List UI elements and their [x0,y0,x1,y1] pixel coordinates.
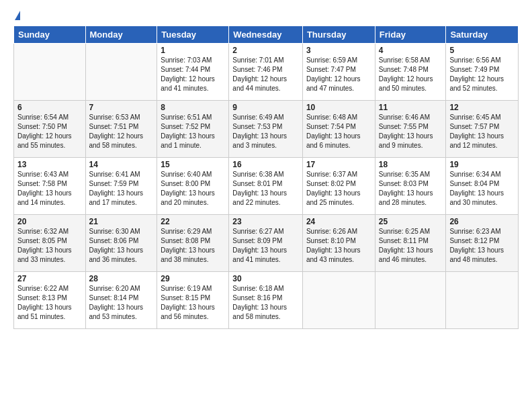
calendar-cell: 22Sunrise: 6:29 AM Sunset: 8:08 PM Dayli… [157,215,229,272]
day-info: Sunrise: 6:53 AM Sunset: 7:51 PM Dayligh… [89,113,154,150]
day-info: Sunrise: 6:27 AM Sunset: 8:09 PM Dayligh… [232,227,299,265]
day-number: 23 [232,217,299,226]
day-number: 19 [449,160,515,169]
day-info: Sunrise: 6:32 AM Sunset: 8:05 PM Dayligh… [17,227,82,265]
calendar-cell [375,272,446,329]
day-number: 2 [232,46,299,55]
calendar-cell: 24Sunrise: 6:26 AM Sunset: 8:10 PM Dayli… [302,215,375,272]
day-info: Sunrise: 6:46 AM Sunset: 7:55 PM Dayligh… [379,113,443,150]
calendar-cell: 1Sunrise: 7:03 AM Sunset: 7:44 PM Daylig… [157,44,229,101]
calendar-cell: 25Sunrise: 6:25 AM Sunset: 8:11 PM Dayli… [375,215,446,272]
day-number: 11 [379,103,443,112]
day-number: 8 [161,103,225,112]
calendar-cell: 26Sunrise: 6:23 AM Sunset: 8:12 PM Dayli… [446,215,519,272]
day-info: Sunrise: 6:26 AM Sunset: 8:10 PM Dayligh… [306,227,371,265]
day-info: Sunrise: 6:29 AM Sunset: 8:08 PM Dayligh… [161,227,225,265]
day-number: 17 [306,160,371,169]
day-number: 7 [89,103,154,112]
day-info: Sunrise: 6:19 AM Sunset: 8:15 PM Dayligh… [161,284,225,322]
calendar-cell: 8Sunrise: 6:51 AM Sunset: 7:52 PM Daylig… [157,101,229,158]
day-info: Sunrise: 6:18 AM Sunset: 8:16 PM Dayligh… [232,284,299,322]
day-info: Sunrise: 6:59 AM Sunset: 7:47 PM Dayligh… [306,56,371,93]
calendar-week-1: 1Sunrise: 7:03 AM Sunset: 7:44 PM Daylig… [14,44,519,101]
logo [13,11,20,21]
day-number: 4 [379,46,443,55]
logo-triangle-icon [15,11,20,20]
calendar-header-monday: Monday [85,26,157,44]
day-info: Sunrise: 6:20 AM Sunset: 8:14 PM Dayligh… [89,284,154,322]
day-info: Sunrise: 6:41 AM Sunset: 7:59 PM Dayligh… [89,170,154,208]
calendar-header-friday: Friday [375,26,446,44]
calendar-cell [85,44,157,101]
calendar-week-3: 13Sunrise: 6:43 AM Sunset: 7:58 PM Dayli… [14,158,519,215]
calendar-cell: 17Sunrise: 6:37 AM Sunset: 8:02 PM Dayli… [302,158,375,215]
day-info: Sunrise: 6:58 AM Sunset: 7:48 PM Dayligh… [379,56,443,93]
calendar-cell: 3Sunrise: 6:59 AM Sunset: 7:47 PM Daylig… [302,44,375,101]
calendar-header-sunday: Sunday [14,26,86,44]
day-info: Sunrise: 6:38 AM Sunset: 8:01 PM Dayligh… [232,170,299,208]
calendar-cell: 29Sunrise: 6:19 AM Sunset: 8:15 PM Dayli… [157,272,229,329]
day-info: Sunrise: 6:45 AM Sunset: 7:57 PM Dayligh… [449,113,515,150]
calendar-cell [446,272,519,329]
calendar-header-row: SundayMondayTuesdayWednesdayThursdayFrid… [14,26,519,44]
day-info: Sunrise: 6:40 AM Sunset: 8:00 PM Dayligh… [161,170,225,208]
calendar-cell: 21Sunrise: 6:30 AM Sunset: 8:06 PM Dayli… [85,215,157,272]
day-number: 12 [449,103,515,112]
day-number: 29 [161,274,225,283]
calendar-cell: 2Sunrise: 7:01 AM Sunset: 7:46 PM Daylig… [229,44,303,101]
day-info: Sunrise: 6:43 AM Sunset: 7:58 PM Dayligh… [17,170,82,208]
day-info: Sunrise: 6:25 AM Sunset: 8:11 PM Dayligh… [379,227,443,265]
day-info: Sunrise: 6:23 AM Sunset: 8:12 PM Dayligh… [449,227,515,265]
day-number: 6 [17,103,82,112]
calendar-table: SundayMondayTuesdayWednesdayThursdayFrid… [13,26,519,329]
calendar-cell: 7Sunrise: 6:53 AM Sunset: 7:51 PM Daylig… [85,101,157,158]
day-number: 10 [306,103,371,112]
calendar-cell: 11Sunrise: 6:46 AM Sunset: 7:55 PM Dayli… [375,101,446,158]
calendar-cell: 5Sunrise: 6:56 AM Sunset: 7:49 PM Daylig… [446,44,519,101]
day-number: 27 [17,274,82,283]
calendar-cell: 27Sunrise: 6:22 AM Sunset: 8:13 PM Dayli… [14,272,86,329]
calendar-week-5: 27Sunrise: 6:22 AM Sunset: 8:13 PM Dayli… [14,272,519,329]
calendar-cell: 19Sunrise: 6:34 AM Sunset: 8:04 PM Dayli… [446,158,519,215]
day-info: Sunrise: 6:54 AM Sunset: 7:50 PM Dayligh… [17,113,82,150]
day-info: Sunrise: 6:37 AM Sunset: 8:02 PM Dayligh… [306,170,371,208]
day-number: 28 [89,274,154,283]
calendar-header-tuesday: Tuesday [157,26,229,44]
calendar-cell: 14Sunrise: 6:41 AM Sunset: 7:59 PM Dayli… [85,158,157,215]
day-number: 1 [161,46,225,55]
calendar-cell [302,272,375,329]
calendar-week-2: 6Sunrise: 6:54 AM Sunset: 7:50 PM Daylig… [14,101,519,158]
calendar-cell: 30Sunrise: 6:18 AM Sunset: 8:16 PM Dayli… [229,272,303,329]
day-info: Sunrise: 6:34 AM Sunset: 8:04 PM Dayligh… [449,170,515,208]
day-info: Sunrise: 7:01 AM Sunset: 7:46 PM Dayligh… [232,56,299,93]
day-info: Sunrise: 7:03 AM Sunset: 7:44 PM Dayligh… [161,56,225,93]
calendar-cell: 16Sunrise: 6:38 AM Sunset: 8:01 PM Dayli… [229,158,303,215]
day-number: 5 [449,46,515,55]
calendar-cell: 18Sunrise: 6:35 AM Sunset: 8:03 PM Dayli… [375,158,446,215]
calendar-cell: 12Sunrise: 6:45 AM Sunset: 7:57 PM Dayli… [446,101,519,158]
day-info: Sunrise: 6:48 AM Sunset: 7:54 PM Dayligh… [306,113,371,150]
day-info: Sunrise: 6:51 AM Sunset: 7:52 PM Dayligh… [161,113,225,150]
day-info: Sunrise: 6:35 AM Sunset: 8:03 PM Dayligh… [379,170,443,208]
calendar-week-4: 20Sunrise: 6:32 AM Sunset: 8:05 PM Dayli… [14,215,519,272]
calendar-cell: 15Sunrise: 6:40 AM Sunset: 8:00 PM Dayli… [157,158,229,215]
day-number: 22 [161,217,225,226]
day-info: Sunrise: 6:56 AM Sunset: 7:49 PM Dayligh… [449,56,515,93]
calendar-cell: 23Sunrise: 6:27 AM Sunset: 8:09 PM Dayli… [229,215,303,272]
page: SundayMondayTuesdayWednesdayThursdayFrid… [0,0,532,336]
calendar-cell: 10Sunrise: 6:48 AM Sunset: 7:54 PM Dayli… [302,101,375,158]
day-number: 14 [89,160,154,169]
calendar-body: 1Sunrise: 7:03 AM Sunset: 7:44 PM Daylig… [14,44,519,329]
day-number: 24 [306,217,371,226]
day-number: 13 [17,160,82,169]
calendar-header-saturday: Saturday [446,26,519,44]
day-number: 21 [89,217,154,226]
calendar-cell [14,44,86,101]
day-number: 25 [379,217,443,226]
calendar-cell: 4Sunrise: 6:58 AM Sunset: 7:48 PM Daylig… [375,44,446,101]
calendar-cell: 13Sunrise: 6:43 AM Sunset: 7:58 PM Dayli… [14,158,86,215]
day-number: 3 [306,46,371,55]
day-number: 16 [232,160,299,169]
day-number: 20 [17,217,82,226]
day-info: Sunrise: 6:30 AM Sunset: 8:06 PM Dayligh… [89,227,154,265]
